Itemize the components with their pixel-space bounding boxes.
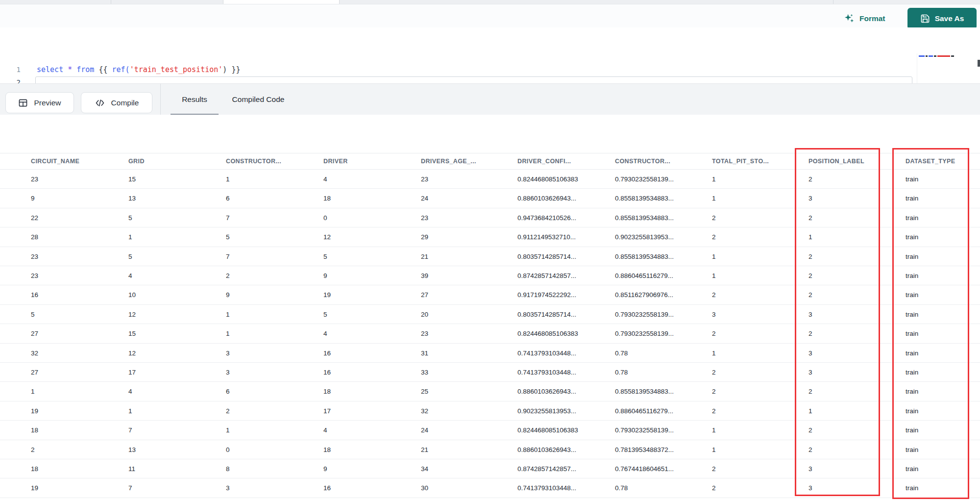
table-cell: 2 [808,285,812,304]
minimap-code-line [919,55,954,57]
column-header-driver: DRIVER [323,153,348,169]
table-cell: 0 [226,440,230,459]
table-cell: 9 [323,459,327,478]
table-cell: 2 [808,170,812,189]
code-token-keyword: from [76,65,94,74]
sql-code-editor[interactable]: 1 2 select * from {{ ref('train_test_pos… [0,27,980,83]
table-cell: 15 [128,324,136,343]
code-token-keyword: select [37,65,63,74]
table-cell: 1 [712,344,716,363]
table-cell: 7 [226,247,230,266]
table-cell: 24 [421,189,428,208]
table-cell: 0.7930232558139... [615,170,674,189]
table-cell: 0.9023255813953... [517,401,576,421]
save-as-button[interactable]: Save As [907,8,977,29]
table-cell: 2 [808,266,812,285]
tab-separator [833,0,833,4]
table-cell: 0.8742857142857... [517,266,576,285]
table-cell: train [906,363,918,382]
table-cell: 0.8860465116279... [615,266,673,285]
dbt-ide-window: Format Save As 1 2 select * from {{ ref(… [0,0,980,500]
table-cell: 25 [421,382,428,401]
table-cell: train [906,266,918,285]
table-cell: 18 [31,421,38,440]
table-cell: 4 [323,170,327,189]
table-cell: train [906,324,918,343]
table-cell: 28 [31,227,38,247]
table-cell: 2 [712,459,716,478]
editor-scrollbar-nub[interactable] [978,60,980,67]
format-button[interactable]: Format [844,10,885,27]
table-cell: 31 [421,344,428,363]
code-token-brace: {{ [94,65,112,74]
compile-button[interactable]: Compile [81,92,152,113]
table-cell: 27 [421,285,428,304]
table-row: 271514230.8244680851063830.7930232558139… [0,324,980,343]
table-cell: train [906,305,918,324]
table-cell: 22 [31,208,38,227]
table-row: 51215200.8035714285714...0.7930232558139… [0,305,980,324]
tab-results[interactable]: Results [171,84,219,115]
table-cell: train [906,208,918,227]
table-cell: 4 [128,382,132,401]
table-cell: 2 [712,227,716,247]
table-cell: train [906,459,918,478]
table-cell: 0.824468085106383 [517,421,578,440]
table-cell: 34 [421,459,428,478]
preview-button-label: Preview [34,99,61,107]
table-cell: 2 [808,440,812,459]
table-cell: 6 [226,189,230,208]
format-button-label: Format [859,14,885,23]
table-cell: 1 [712,421,716,440]
column-header-grid: GRID [128,153,145,169]
column-header-drivers_age_: DRIVERS_AGE_... [421,153,476,169]
table-cell: 12 [128,344,136,363]
table-row: 181189340.8742857142857...0.767441860465… [0,459,980,478]
results-table: CIRCUIT_NAMEGRIDCONSTRUCTOR...DRIVERDRIV… [0,153,980,500]
preview-button[interactable]: Preview [5,92,74,113]
table-cell: 2 [712,401,716,421]
table-cell: 3 [226,478,230,498]
table-cell: 2 [712,208,716,227]
table-cell: 0.9473684210526... [517,208,576,227]
code-line-1[interactable]: select * from {{ ref('train_test_positio… [37,65,240,74]
table-cell: 1 [712,440,716,459]
file-tab-strip[interactable] [0,0,980,4]
table-cell: 0.8558139534883... [615,382,674,401]
table-row: 23429390.8742857142857...0.8860465116279… [0,266,980,285]
table-cell: 15 [128,170,136,189]
table-cell: 10 [128,285,136,304]
table-cell: 8 [226,459,230,478]
results-panel-toolbar: Preview Compile Results Compiled Code [0,83,980,115]
code-token-function: ref( [112,65,130,74]
table-row: 197316300.7413793103448...0.7823train [0,478,980,498]
table-cell: 6 [226,382,230,401]
code-token-plain [72,65,76,74]
table-cell: 1 [712,189,716,208]
table-cell: train [906,401,918,421]
active-file-tab[interactable] [223,0,340,4]
table-cell: 0.824468085106383 [517,324,578,343]
table-cell: 5 [128,208,132,227]
table-cell: 1 [31,382,35,401]
table-cell: 16 [323,344,331,363]
editor-toolbar: Format Save As [0,4,980,27]
table-cell: 0.824468085106383 [517,170,578,189]
table-row: 2717316330.7413793103448...0.7823train [0,363,980,382]
table-cell: 0.78 [615,344,628,363]
table-cell: 7 [226,208,230,227]
tab-compiled-code[interactable]: Compiled Code [226,84,290,115]
table-cell: 3 [226,363,230,382]
table-cell: 4 [128,266,132,285]
table-cell: 0.8035714285714... [517,247,576,266]
compile-button-label: Compile [111,99,139,107]
table-cell: 18 [323,382,331,401]
toolbar-divider [160,84,161,115]
table-cell: train [906,421,918,440]
table-cell: 27 [31,363,38,382]
table-cell: 21 [421,440,428,459]
table-cell: 2 [808,247,812,266]
table-cell: 2 [808,208,812,227]
table-cell: 32 [31,344,38,363]
table-cell: 1 [226,170,230,189]
